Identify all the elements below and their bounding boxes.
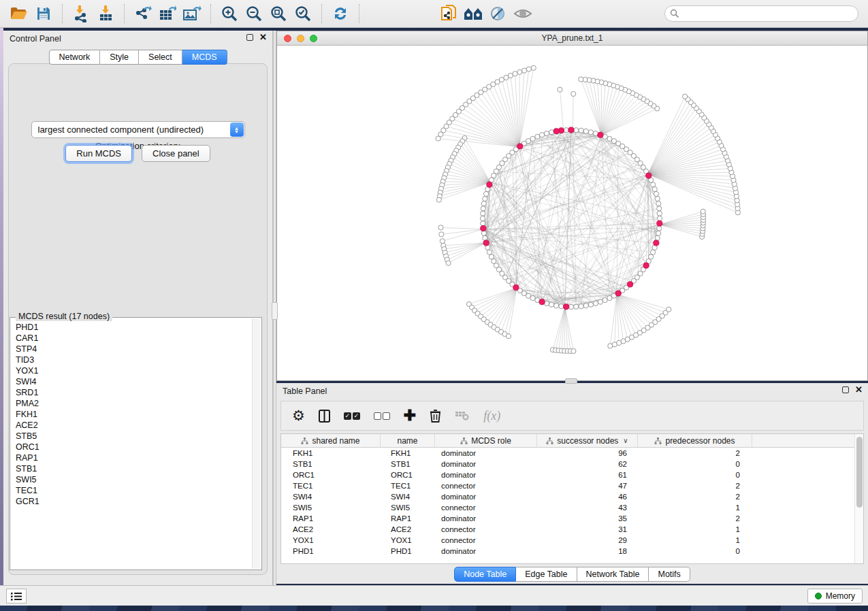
list-item[interactable]: RAP1 (16, 452, 252, 463)
delete-column-icon[interactable] (430, 409, 441, 423)
tab-motifs[interactable]: Motifs (649, 567, 690, 582)
network-canvas[interactable] (277, 46, 867, 380)
table-row[interactable]: PHD1PHD1dominator180 (281, 546, 863, 557)
save-session-icon[interactable] (33, 3, 54, 24)
shared-column-icon (301, 437, 308, 444)
mcds-list-scrollbar[interactable] (252, 318, 261, 569)
tab-mcds[interactable]: MCDS (182, 50, 227, 65)
control-panel-title: Control Panel (10, 34, 61, 44)
mcds-result-list[interactable]: PHD1CAR1STP4TID3YOX1SWI4SRD1PMA2FKH1ACE2… (11, 320, 252, 569)
main-toolbar (0, 0, 868, 28)
first-neighbors-icon[interactable] (464, 3, 484, 24)
criterion-select[interactable]: largest connected component (undirected)… (31, 121, 245, 138)
task-history-button[interactable] (6, 589, 27, 604)
zoom-fit-icon[interactable] (268, 3, 289, 24)
list-item[interactable]: TEC1 (16, 485, 252, 496)
import-table-icon[interactable] (95, 3, 116, 24)
search-box (664, 5, 858, 22)
list-item[interactable]: ORC1 (16, 442, 252, 452)
close-table-panel-icon[interactable]: ✕ (855, 386, 863, 393)
deselect-all-icon[interactable] (374, 412, 390, 420)
table-row[interactable]: YOX1YOX1connector291 (281, 535, 863, 546)
list-item[interactable]: GCR1 (16, 496, 252, 507)
table-tabs: Node TableEdge TableNetwork TableMotifs (276, 567, 868, 582)
toolbar-separator (321, 4, 322, 23)
float-panel-icon[interactable] (246, 34, 253, 41)
list-item[interactable]: PHD1 (16, 322, 252, 333)
zoom-out-icon[interactable] (244, 3, 264, 24)
table-row[interactable]: SWI4SWI4dominator462 (281, 491, 863, 502)
column-header[interactable]: shared name (281, 434, 381, 447)
table-row[interactable]: ACE2ACE2connector311 (281, 524, 863, 535)
list-item[interactable]: STB1 (16, 463, 252, 474)
list-item[interactable]: CAR1 (16, 333, 252, 344)
list-item[interactable]: FKH1 (16, 409, 252, 420)
table-row[interactable]: ORC1ORC1dominator610 (281, 469, 863, 480)
tab-style[interactable]: Style (100, 50, 139, 65)
run-mcds-button[interactable]: Run MCDS (65, 145, 132, 162)
column-header[interactable]: predecessor nodes (638, 434, 752, 447)
control-panel: Control Panel ✕ NetworkStyleSelectMCDS O… (3, 31, 273, 585)
column-header[interactable]: successor nodes∨ (537, 434, 638, 447)
toolbar-separator (62, 4, 63, 23)
table-row[interactable]: SWI5SWI5connector431 (281, 502, 863, 513)
zoom-selected-icon[interactable] (293, 3, 313, 24)
close-panel-button[interactable]: Close panel (142, 145, 210, 162)
tab-select[interactable]: Select (139, 50, 182, 65)
horizontal-splitter-handle[interactable] (565, 378, 577, 384)
table-scrollbar[interactable] (854, 434, 863, 563)
table-panel: Table Panel ✕ ⚙ ✓✓ ✚ f(x) (276, 383, 868, 584)
shared-column-icon (546, 437, 553, 444)
list-item[interactable]: STP4 (16, 344, 252, 354)
shared-column-icon (654, 437, 662, 444)
table-row[interactable]: RAP1RAP1dominator352 (281, 513, 863, 524)
memory-button[interactable]: Memory (807, 589, 863, 604)
hide-graphics-details-icon[interactable] (488, 3, 509, 24)
tab-network[interactable]: Network (48, 50, 100, 65)
list-item[interactable]: TID3 (16, 354, 252, 365)
search-icon (670, 9, 679, 21)
table-scrollbar-thumb[interactable] (856, 437, 863, 508)
open-file-icon[interactable] (9, 3, 29, 24)
table-row[interactable]: FKH1FKH1dominator962 (281, 448, 863, 459)
column-header[interactable]: name (381, 434, 435, 447)
export-network-icon[interactable] (133, 3, 153, 24)
graph-nodes (436, 65, 741, 353)
column-header[interactable]: MCDS role (435, 434, 537, 447)
toolbar-separator (210, 4, 211, 23)
desktop-wallpaper-bottom (0, 606, 868, 611)
network-titlebar[interactable]: YPA_prune.txt_1 (277, 31, 867, 46)
table-settings-icon[interactable]: ⚙ (292, 409, 305, 423)
memory-label: Memory (826, 591, 855, 601)
export-table-icon[interactable] (157, 3, 178, 24)
tab-edge-table[interactable]: Edge Table (516, 567, 577, 582)
show-columns-icon[interactable] (319, 410, 330, 423)
table-row[interactable]: STB1STB1dominator620 (281, 459, 863, 469)
task-list-icon (11, 592, 22, 601)
select-all-icon[interactable]: ✓✓ (344, 412, 360, 420)
memory-status-icon (815, 593, 822, 599)
tab-network-table[interactable]: Network Table (577, 567, 649, 582)
list-item[interactable]: SRD1 (16, 387, 252, 398)
import-network-icon[interactable] (71, 3, 91, 24)
zoom-in-icon[interactable] (219, 3, 240, 24)
refresh-icon[interactable] (330, 3, 351, 24)
add-column-icon[interactable]: ✚ (404, 409, 416, 423)
list-item[interactable]: ACE2 (16, 420, 252, 431)
list-item[interactable]: SWI5 (16, 474, 252, 485)
control-panel-tabs: NetworkStyleSelectMCDS (48, 50, 227, 65)
select-stepper-icon: ▲▼ (230, 122, 244, 137)
float-table-panel-icon[interactable] (842, 386, 849, 393)
new-network-from-selection-icon[interactable] (439, 3, 460, 24)
search-input[interactable] (664, 5, 858, 22)
list-item[interactable]: YOX1 (16, 365, 252, 376)
close-panel-icon[interactable]: ✕ (259, 34, 267, 41)
tab-node-table[interactable]: Node Table (454, 567, 516, 582)
list-item[interactable]: PMA2 (16, 398, 252, 409)
list-item[interactable]: SWI4 (16, 376, 252, 387)
table-row[interactable]: TEC1TEC1connector472 (281, 480, 863, 491)
vertical-splitter-handle[interactable] (272, 302, 278, 320)
list-item[interactable]: STB5 (16, 431, 252, 442)
table-toolbar: ⚙ ✓✓ ✚ f(x) (280, 401, 864, 431)
export-image-icon[interactable] (182, 3, 202, 24)
